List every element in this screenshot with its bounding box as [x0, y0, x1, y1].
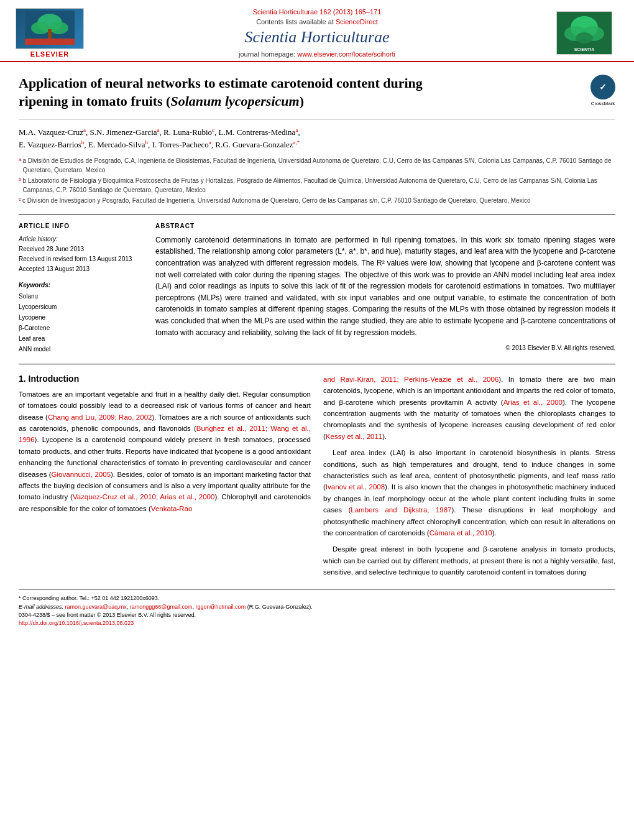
body-para1: Tomatoes are an important vegetable and …: [19, 389, 311, 514]
body-para1-cont: and Ravi-Kiran, 2011; Perkins-Veazie et …: [323, 374, 615, 442]
abstract-col: ABSTRACT Commonly carotenoid determinati…: [155, 223, 615, 354]
body-two-col: 1. Introduction Tomatoes are an importan…: [19, 374, 615, 583]
article-body: 1. Introduction Tomatoes are an importan…: [19, 364, 615, 583]
ref-lambers[interactable]: Lambers and Dijkstra, 1987: [351, 506, 451, 514]
svg-rect-5: [25, 39, 75, 45]
keyword-6: ANN model: [19, 344, 143, 354]
journal-logo-icon: SCIENTIA: [557, 12, 612, 54]
elsevier-tree-icon: [25, 11, 75, 45]
corresponding-note: * Corresponding author. Tel.: +52 01 442…: [19, 594, 615, 603]
svg-point-2: [31, 22, 50, 34]
email-line: E-mail addresses: ramon.guevara@uaq.mx, …: [19, 603, 615, 612]
body-left-text: Tomatoes are an important vegetable and …: [19, 389, 311, 514]
journal-meta: Scientia Horticulturae 162 (2013) 165–17…: [253, 8, 382, 16]
ref-camara[interactable]: Cámara et al., 2010: [430, 529, 492, 537]
doi-line[interactable]: http://dx.doi.org/10.1016/j.scienta.2013…: [19, 620, 615, 626]
contents-text: Contents lists available at: [256, 18, 334, 25]
affil-c: c c División de Investigacion y Posgrado…: [19, 196, 615, 205]
body-para3: Despite great interest in both lycopene …: [323, 543, 615, 578]
homepage-label: journal homepage:: [239, 50, 295, 58]
article-content: Application of neural networks to estima…: [0, 62, 634, 639]
email3[interactable]: rggon@hotmail.com: [195, 604, 246, 610]
ref-venkata[interactable]: Venkata-Rao: [151, 505, 193, 512]
article-title-section: Application of neural networks to estima…: [19, 75, 615, 120]
email-label: E-mail addresses:: [19, 604, 63, 610]
affiliations: a a División de Estudios de Posgrado, C.…: [19, 156, 615, 205]
keyword-5: Leaf area: [19, 333, 143, 344]
ref-bunghez[interactable]: Bunghez et al., 2011; Wang et al., 1996: [19, 425, 311, 443]
keyword-2: Lycopersicum: [19, 302, 143, 312]
article-footer: * Corresponding author. Tel.: +52 01 442…: [19, 589, 615, 626]
ref-ravi[interactable]: and Ravi-Kiran, 2011; Perkins-Veazie et …: [323, 376, 498, 383]
svg-text:SCIENTIA: SCIENTIA: [574, 47, 595, 52]
email1[interactable]: ramon.guevara@uaq.mx: [65, 604, 127, 610]
title-line2-start: ripening in tomato fruits (: [19, 93, 170, 109]
header-center: Scientia Horticulturae 162 (2013) 165–17…: [87, 5, 547, 61]
title-line1: Application of neural networks to estima…: [19, 75, 423, 91]
keywords-label: Keywords:: [19, 282, 143, 288]
section1-number: 1.: [19, 374, 26, 384]
revised-date: Received in revised form 13 August 2013: [19, 254, 143, 264]
history-label: Article history:: [19, 234, 143, 244]
body-right-text: and Ravi-Kiran, 2011; Perkins-Veazie et …: [323, 374, 615, 578]
ref-ivanov[interactable]: Ivanov et al., 2008: [326, 483, 385, 491]
title-italic: Solanum lycopersicum: [170, 93, 299, 109]
elsevier-label: ELSEVIER: [30, 50, 69, 58]
homepage-link[interactable]: www.elsevier.com/locate/scihorti: [297, 50, 395, 58]
article-title: Application of neural networks to estima…: [19, 75, 581, 110]
info-abstract-section: ARTICLE INFO Article history: Received 2…: [19, 215, 615, 354]
affil-b: b b Laboratorio de Fisiología y Bioquími…: [19, 176, 615, 195]
page: ELSEVIER Scientia Horticulturae 162 (201…: [0, 0, 634, 840]
keyword-1: Solanu: [19, 291, 143, 302]
copyright-line: © 2013 Elsevier B.V. All rights reserved…: [155, 343, 615, 353]
journal-homepage-line: journal homepage: www.elsevier.com/locat…: [239, 50, 395, 58]
keyword-4: β-Carotene: [19, 323, 143, 333]
crossmark-icon: ✓: [599, 82, 607, 92]
keywords-section: Keywords: Solanu Lycopersicum Lycopene β…: [19, 282, 143, 354]
affil-c-sup: c: [19, 196, 21, 203]
section1-title: Introduction: [29, 374, 80, 384]
body-left-col: 1. Introduction Tomatoes are an importan…: [19, 374, 311, 583]
sciencedirect-link[interactable]: ScienceDirect: [336, 18, 378, 25]
abstract-section: Commonly carotenoid determinations in to…: [155, 234, 615, 353]
journal-logo: SCIENTIA: [556, 11, 612, 55]
journal-title: Scientia Horticulturae: [244, 28, 389, 47]
elsevier-logo-section: ELSEVIER: [12, 5, 87, 61]
crossmark-logo: ✓ CrossMark: [590, 75, 615, 99]
article-info-col: ARTICLE INFO Article history: Received 2…: [19, 223, 143, 354]
ref-vazquez[interactable]: Vazquez-Cruz et al., 2010; Arias et al.,…: [73, 493, 214, 501]
article-info-label: ARTICLE INFO: [19, 223, 143, 229]
affil-c-text: c División de Investigacion y Posgrado, …: [22, 196, 531, 205]
affil-a-text: a División de Estudios de Posgrado, C.A,…: [22, 156, 615, 175]
email3-desc: (R.G. Guevara-Gonzalez).: [247, 604, 313, 610]
issn-line: 0304-4238/$ – see front matter © 2013 El…: [19, 611, 615, 620]
affil-a: a a División de Estudios de Posgrado, C.…: [19, 156, 615, 175]
svg-point-10: [576, 32, 593, 44]
body-para2: Leaf area index (LAI) is also important …: [323, 447, 615, 538]
ref-arias[interactable]: Arias et al., 2000: [503, 399, 563, 406]
affil-b-text: b Laboratorio de Fisiología y Bioquímica…: [22, 176, 615, 195]
ref-giovannucci[interactable]: Giovannucci, 2005: [52, 471, 111, 478]
svg-point-3: [50, 22, 68, 34]
abstract-label: ABSTRACT: [155, 223, 615, 229]
received-date: Received 28 June 2013: [19, 244, 143, 254]
affil-a-sup: a: [19, 156, 21, 164]
keyword-3: Lycopene: [19, 312, 143, 323]
journal-header: ELSEVIER Scientia Horticulturae 162 (201…: [0, 0, 634, 62]
crossmark-circle: ✓: [590, 75, 615, 99]
authors-line: M.A. Vazquez-Cruza, S.N. Jimenez-Garciaa…: [19, 126, 615, 151]
abstract-text: Commonly carotenoid determinations in to…: [155, 234, 615, 338]
section1-heading: 1. Introduction: [19, 374, 311, 384]
elsevier-image: [16, 8, 84, 49]
ref-kessy[interactable]: Kessy et al., 2011: [326, 433, 382, 440]
title-line2-end: ): [300, 93, 304, 109]
accepted-date: Accepted 13 August 2013: [19, 264, 143, 274]
article-history: Article history: Received 28 June 2013 R…: [19, 234, 143, 274]
journal-logo-section: SCIENTIA: [547, 5, 622, 61]
crossmark-label: CrossMark: [590, 101, 615, 106]
contents-link-text: Contents lists available at ScienceDirec…: [256, 18, 378, 25]
email2[interactable]: ramonggg66@gmail.com: [130, 604, 193, 610]
ref-chang[interactable]: Chang and Liu, 2009; Rao, 2002: [48, 413, 152, 421]
keywords-list: Solanu Lycopersicum Lycopene β-Carotene …: [19, 291, 143, 354]
affil-b-sup: b: [19, 176, 21, 183]
